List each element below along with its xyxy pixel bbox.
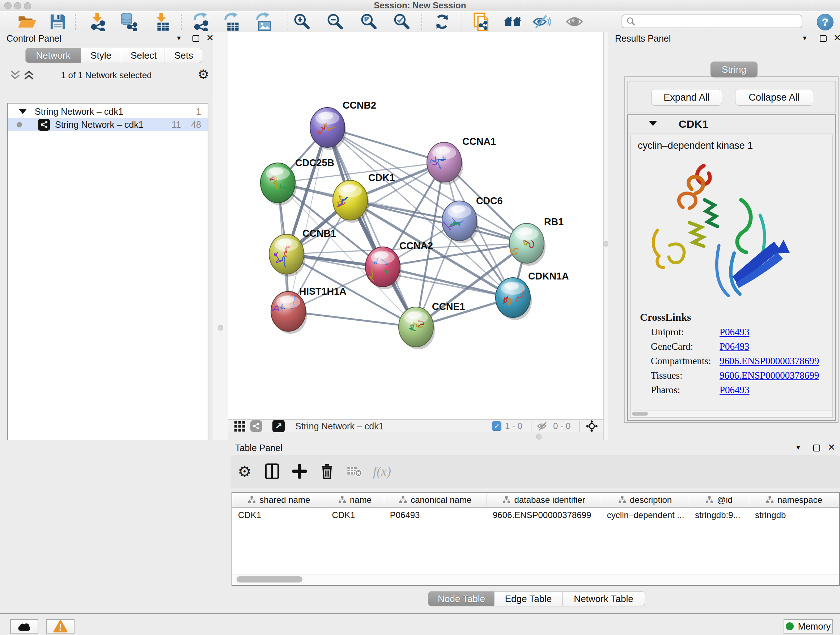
add-column-icon[interactable] bbox=[286, 464, 313, 478]
panel-collapse-icon[interactable]: ▼ bbox=[802, 35, 808, 42]
function-builder-button[interactable]: f(x) bbox=[368, 464, 396, 479]
network-collection-row[interactable]: String Network – cdk1 1 bbox=[8, 105, 208, 118]
network-edge[interactable] bbox=[288, 127, 327, 311]
zoom-in-button[interactable] bbox=[289, 12, 316, 31]
tab-select[interactable]: Select bbox=[121, 48, 165, 63]
import-network-file-button[interactable] bbox=[84, 12, 111, 31]
crosslink-link[interactable]: P06493 bbox=[720, 326, 750, 338]
warnings-button[interactable] bbox=[46, 619, 74, 633]
open-session-button[interactable] bbox=[14, 12, 41, 31]
crosslink-link[interactable]: P06493 bbox=[720, 341, 750, 352]
network-node-CDKN1A[interactable]: CDKN1A bbox=[496, 271, 569, 320]
zoom-fit-button[interactable] bbox=[355, 12, 382, 31]
collapse-all-button[interactable]: Collapse All bbox=[735, 89, 813, 106]
help-button[interactable]: ? bbox=[817, 14, 834, 30]
left-splitter[interactable] bbox=[213, 32, 229, 440]
export-image-button[interactable] bbox=[250, 12, 277, 31]
new-network-from-selection-button[interactable] bbox=[468, 12, 495, 31]
network-row-selected[interactable]: String Network – cdk1 11 48 bbox=[8, 118, 208, 131]
table-cell[interactable]: cyclin–dependent ... bbox=[601, 508, 689, 523]
panel-collapse-icon[interactable]: ▼ bbox=[795, 444, 801, 451]
network-edge[interactable] bbox=[327, 127, 416, 327]
import-network-database-button[interactable] bbox=[115, 12, 142, 31]
first-neighbors-button[interactable] bbox=[499, 12, 526, 31]
network-edge[interactable] bbox=[288, 311, 416, 327]
save-session-button[interactable] bbox=[44, 12, 71, 31]
network-node-CDK1[interactable]: CDK1 bbox=[333, 172, 395, 223]
detach-view-icon[interactable]: ↗ bbox=[272, 420, 285, 432]
column-header-name[interactable]: name bbox=[326, 493, 384, 507]
birdseye-crosshair-icon[interactable] bbox=[584, 420, 599, 432]
column-header-canonical-name[interactable]: canonical name bbox=[384, 493, 487, 507]
column-header-shared-name[interactable]: shared name bbox=[232, 493, 326, 507]
network-node-CCNA1[interactable]: CCNA1 bbox=[427, 136, 496, 185]
network-edge[interactable] bbox=[383, 267, 513, 298]
column-header-description[interactable]: description bbox=[601, 493, 689, 507]
zoom-selected-button[interactable] bbox=[388, 12, 415, 31]
tab-string[interactable]: String bbox=[711, 62, 758, 78]
splitter-knob[interactable] bbox=[536, 434, 542, 440]
selected-checkbox[interactable]: ✓ bbox=[492, 421, 501, 431]
tree-expand-icon[interactable] bbox=[19, 109, 27, 114]
crosslink-link[interactable]: 9606.ENSP00000378699 bbox=[720, 370, 819, 381]
table-hscrollbar[interactable] bbox=[233, 575, 838, 584]
network-canvas[interactable]: CCNB2CCNA1CDC25BCDK1CDC6RB1CCNB1CCNA2CDK… bbox=[228, 32, 603, 419]
search-input[interactable] bbox=[636, 16, 802, 27]
scrollbar-thumb[interactable] bbox=[237, 576, 302, 583]
column-header--id[interactable]: @id bbox=[689, 493, 749, 507]
section-collapse-icon[interactable] bbox=[649, 121, 657, 126]
horizontal-splitter[interactable] bbox=[228, 433, 603, 440]
expand-all-button[interactable]: Expand All bbox=[651, 89, 722, 106]
grid-view-icon[interactable] bbox=[234, 421, 245, 432]
panel-close-icon[interactable]: ✕ bbox=[828, 443, 835, 451]
panel-float-icon[interactable] bbox=[193, 35, 199, 42]
import-table-button[interactable] bbox=[148, 12, 175, 31]
table-cell[interactable]: stringdb:9... bbox=[689, 508, 749, 523]
table-cell[interactable]: CDK1 bbox=[326, 508, 384, 523]
crosslink-link[interactable]: 9606.ENSP00000378699 bbox=[720, 356, 819, 367]
table-cell[interactable]: CDK1 bbox=[232, 508, 326, 523]
tab-style[interactable]: Style bbox=[81, 48, 121, 63]
memory-button[interactable]: Memory bbox=[783, 619, 833, 633]
hide-selected-button[interactable] bbox=[528, 12, 555, 31]
splitter-knob[interactable] bbox=[218, 325, 223, 331]
network-node-RB1[interactable]: RB1 bbox=[509, 217, 564, 266]
results-hscrollbar[interactable] bbox=[631, 410, 832, 417]
control-panel-title: Control Panel bbox=[6, 33, 61, 43]
network-node-HIST1H1A[interactable]: HIST1H1A bbox=[271, 286, 347, 334]
table-cell[interactable]: P06493 bbox=[384, 508, 487, 523]
export-network-button[interactable] bbox=[187, 12, 214, 31]
delete-table-icon[interactable] bbox=[341, 466, 368, 477]
panel-collapse-icon[interactable]: ▼ bbox=[176, 35, 182, 42]
cloud-button[interactable] bbox=[10, 619, 38, 633]
toolbar-separator bbox=[422, 13, 422, 30]
node-label: CCNB2 bbox=[343, 100, 376, 111]
column-header-namespace[interactable]: namespace bbox=[749, 493, 839, 507]
export-table-button[interactable] bbox=[218, 12, 245, 31]
tab-network[interactable]: Network bbox=[25, 48, 81, 63]
table-gear-icon[interactable]: ⚙ bbox=[231, 463, 258, 480]
zoom-out-button[interactable] bbox=[322, 12, 349, 31]
delete-column-icon[interactable] bbox=[313, 463, 341, 479]
tab-sets[interactable]: Sets bbox=[165, 48, 202, 63]
apply-layout-button[interactable] bbox=[429, 12, 455, 31]
tab-edge-table[interactable]: Edge Table bbox=[494, 591, 562, 606]
search-field[interactable] bbox=[622, 14, 802, 28]
panel-close-icon[interactable]: ✕ bbox=[834, 34, 840, 41]
table-row[interactable]: CDK1CDK1P064939606.ENSP00000378699cyclin… bbox=[232, 508, 839, 523]
crosslink-link[interactable]: P06493 bbox=[720, 385, 750, 396]
options-gear-icon[interactable]: ⚙ bbox=[197, 67, 209, 82]
column-header-database-identifier[interactable]: database identifier bbox=[487, 493, 601, 507]
panel-float-icon[interactable] bbox=[813, 445, 820, 451]
network-node-CCNE1[interactable]: CCNE1 bbox=[399, 301, 465, 349]
tab-node-table[interactable]: Node Table bbox=[428, 591, 494, 606]
panel-float-icon[interactable] bbox=[820, 35, 827, 42]
table-cell[interactable]: stringdb bbox=[749, 508, 839, 523]
network-graph[interactable]: CCNB2CCNA1CDC25BCDK1CDC6RB1CCNB1CCNA2CDK… bbox=[228, 32, 603, 419]
tab-network-table[interactable]: Network Table bbox=[562, 591, 645, 606]
network-type-icon[interactable] bbox=[250, 420, 262, 432]
table-cell[interactable]: 9606.ENSP00000378699 bbox=[487, 508, 601, 523]
show-columns-icon[interactable] bbox=[258, 463, 286, 479]
show-hidden-button[interactable] bbox=[561, 12, 588, 31]
node-section-header[interactable]: CDK1 bbox=[628, 115, 835, 134]
